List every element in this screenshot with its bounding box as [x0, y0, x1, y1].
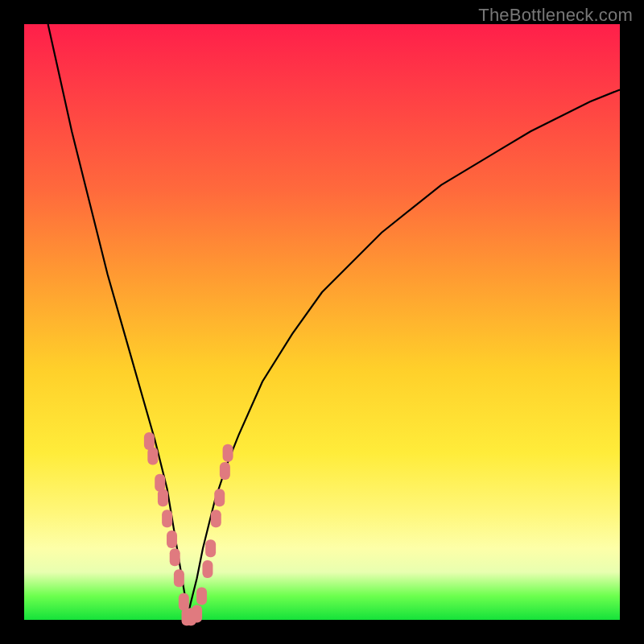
marker-pip — [211, 510, 221, 527]
marker-pip — [170, 548, 180, 566]
chart-stage: TheBottleneck.com — [0, 0, 644, 644]
marker-pip — [223, 444, 233, 462]
curve-left — [48, 24, 187, 620]
marker-pip — [202, 560, 213, 578]
marker-pip — [167, 530, 177, 548]
marker-pip — [205, 539, 216, 557]
marker-pip — [192, 605, 202, 623]
curve-right — [187, 89, 620, 620]
marker-pip — [214, 489, 225, 506]
marker-pip — [158, 489, 168, 506]
marker-pip — [162, 510, 172, 527]
chart-svg — [24, 24, 620, 620]
marker-pip — [147, 448, 158, 465]
plot-area — [24, 24, 620, 620]
marker-group — [144, 432, 233, 625]
marker-pip — [220, 462, 230, 480]
marker-pip — [174, 569, 184, 587]
marker-pip — [196, 587, 207, 605]
watermark-text: TheBottleneck.com — [478, 5, 633, 26]
